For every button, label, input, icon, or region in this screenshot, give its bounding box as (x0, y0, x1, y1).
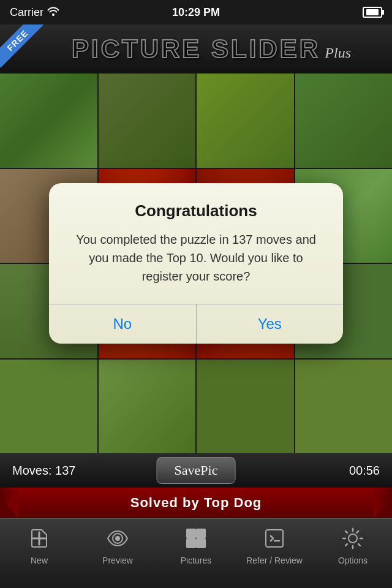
dialog-no-button[interactable]: No (49, 304, 196, 344)
dialog-overlay: Congratulations You completed the puzzle… (0, 74, 392, 453)
free-badge: FREE (0, 24, 49, 74)
tab-preview-label: Preview (102, 556, 133, 565)
svg-rect-2 (187, 529, 195, 538)
banner-chevron-left (6, 488, 18, 518)
wifi-icon (47, 6, 59, 19)
svg-rect-6 (266, 530, 283, 547)
svg-rect-4 (187, 539, 195, 548)
preview-icon (104, 525, 131, 552)
tab-refer-review-label: Refer / Review (246, 556, 303, 565)
svg-point-1 (116, 537, 119, 540)
status-carrier: Carrier (10, 6, 59, 19)
free-badge-text: FREE (0, 24, 45, 67)
stats-bar: Moves: 137 SavePic 00:56 (0, 453, 392, 488)
solved-banner: Solved by Top Dog (0, 488, 392, 518)
banner-chevron-right (374, 488, 386, 518)
dialog-yes-button[interactable]: Yes (197, 304, 344, 344)
app-header: FREE PICTURE SLIDER Plus (0, 24, 392, 74)
tab-options[interactable]: Options (314, 525, 392, 565)
app-title-main: PICTURE SLIDER (72, 34, 320, 64)
solved-text: Solved by Top Dog (130, 495, 262, 511)
dialog-title: Congratulations (71, 202, 321, 221)
tab-bar: New Preview Pictures (0, 518, 392, 588)
svg-point-7 (349, 534, 357, 543)
app-title-plus: Plus (325, 45, 351, 61)
app-title: PICTURE SLIDER Plus (72, 34, 320, 64)
new-icon (26, 525, 53, 552)
save-pic-button[interactable]: SavePic (157, 457, 236, 484)
tab-new-label: New (31, 556, 48, 565)
status-time: 10:29 PM (172, 6, 220, 19)
refer-review-icon (261, 525, 288, 552)
tab-pictures[interactable]: Pictures (157, 525, 235, 565)
moves-count: Moves: 137 (12, 464, 75, 478)
dialog-content: Congratulations You completed the puzzle… (49, 183, 343, 304)
svg-rect-3 (197, 529, 205, 538)
congratulations-dialog: Congratulations You completed the puzzle… (49, 183, 343, 344)
tab-new[interactable]: New (0, 525, 78, 565)
tab-pictures-label: Pictures (181, 556, 212, 565)
options-icon (339, 525, 366, 552)
status-bar: Carrier 10:29 PM (0, 0, 392, 24)
dialog-buttons: No Yes (49, 304, 343, 344)
pictures-icon (183, 525, 209, 552)
status-battery (363, 7, 382, 18)
tab-options-label: Options (338, 556, 368, 565)
svg-rect-5 (197, 539, 205, 548)
tab-refer-review[interactable]: Refer / Review (235, 525, 314, 565)
timer: 00:56 (349, 464, 380, 478)
puzzle-area: Congratulations You completed the puzzle… (0, 74, 392, 453)
dialog-message: You completed the puzzle in 137 moves an… (71, 230, 321, 285)
tab-preview[interactable]: Preview (78, 525, 157, 565)
